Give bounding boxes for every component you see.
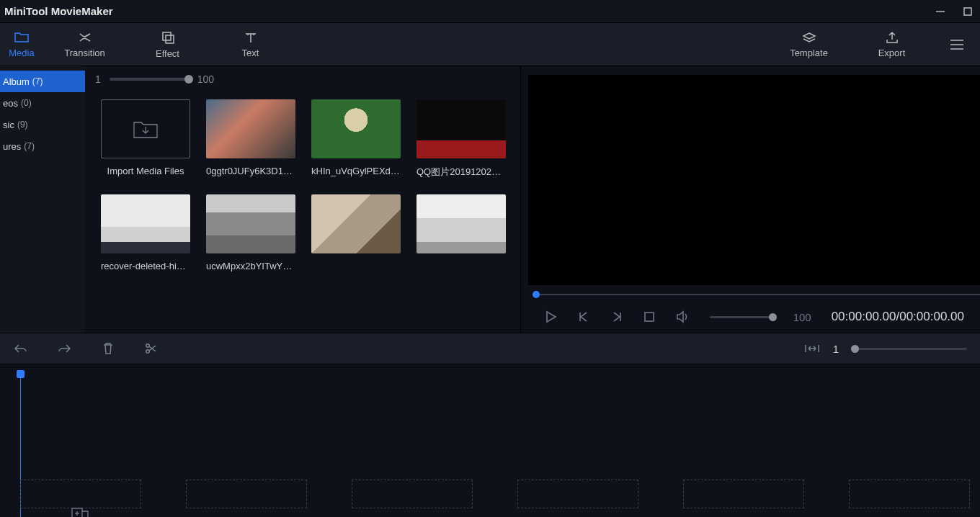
speaker-icon (675, 310, 690, 323)
sidebar-item-label: Album (3, 76, 30, 87)
media-item[interactable] (311, 194, 401, 271)
media-thumb (206, 99, 295, 158)
volume-value: 100 (793, 311, 811, 323)
import-folder-icon (131, 117, 160, 141)
media-item-label: 0ggtr0JUFy6K3D1r_9aS... (206, 166, 295, 176)
timeline-zoom-value: 1 (833, 343, 839, 355)
preview-controls: 100 00:00:00.00/00:00:00.00 (528, 301, 980, 333)
timeline-zoom-slider[interactable] (852, 348, 967, 350)
next-frame-button[interactable] (610, 310, 623, 323)
media-item[interactable]: kHIn_uVqGylPEXd6D... (311, 99, 401, 179)
media-item-label: QQ图片20191202215506 (416, 166, 506, 179)
media-item[interactable]: recover-deleted-histor... (101, 194, 190, 271)
media-item-label: recover-deleted-histor... (101, 261, 190, 271)
sidebar-item-music[interactable]: sic (9) (0, 114, 85, 135)
media-thumb (311, 194, 401, 253)
media-item[interactable]: ucwMpxx2bYITwY7rZ... (206, 194, 295, 271)
media-item-label (416, 261, 506, 271)
trash-icon (102, 342, 114, 355)
template-button[interactable]: Template (767, 23, 850, 66)
stop-button[interactable] (643, 311, 655, 323)
titlebar: MiniTool MovieMaker (0, 0, 980, 23)
media-item[interactable] (416, 194, 506, 271)
undo-button[interactable] (13, 343, 27, 354)
media-item[interactable]: QQ图片20191202215506 (416, 99, 506, 179)
scissors-icon (144, 342, 157, 355)
minimize-button[interactable] (935, 6, 945, 17)
undo-icon (13, 343, 27, 354)
window-controls (935, 6, 973, 17)
play-button[interactable] (544, 310, 557, 323)
tab-text-label: Text (242, 48, 259, 58)
timeline-slot[interactable] (517, 480, 638, 508)
media-thumb (416, 194, 506, 253)
export-button[interactable]: Export (850, 23, 933, 66)
prev-frame-button[interactable] (577, 310, 590, 323)
preview-seek-bar[interactable] (528, 288, 980, 301)
media-item[interactable]: 0ggtr0JUFy6K3D1r_9aS... (206, 99, 295, 179)
tab-media[interactable]: Media (0, 23, 43, 66)
text-icon (244, 31, 258, 44)
svg-rect-4 (645, 313, 654, 321)
media-thumb (416, 99, 506, 158)
media-thumb (101, 194, 190, 253)
thumb-zoom-slider[interactable] (110, 78, 189, 81)
sidebar-item-count: (9) (17, 120, 28, 130)
svg-rect-3 (166, 35, 174, 43)
transition-icon (77, 31, 93, 44)
add-clip-icon (69, 505, 91, 517)
preview-screen (528, 75, 980, 285)
sidebar-item-count: (0) (21, 98, 32, 108)
svg-rect-2 (163, 32, 171, 40)
sidebar-item-count: (7) (24, 141, 35, 151)
preview-pane: 100 00:00:00.00/00:00:00.00 (521, 66, 980, 333)
timeline-slot[interactable] (20, 480, 141, 508)
sidebar-item-count: (7) (32, 76, 43, 86)
timeline-slot[interactable] (352, 480, 473, 508)
media-thumb (206, 194, 295, 253)
export-label: Export (878, 48, 906, 58)
app-title: MiniTool MovieMaker (4, 5, 113, 17)
timeline[interactable] (0, 364, 980, 517)
sidebar-item-label: eos (3, 98, 18, 109)
sidebar-item-album[interactable]: Album (7) (0, 71, 85, 92)
menu-button[interactable] (933, 23, 980, 66)
sidebar-item-pictures[interactable]: ures (7) (0, 135, 85, 157)
tab-media-label: Media (9, 48, 34, 58)
redo-button[interactable] (58, 343, 72, 354)
export-icon (885, 31, 899, 44)
delete-button[interactable] (102, 342, 114, 355)
timeline-slot[interactable] (849, 480, 970, 508)
sidebar-item-label: ures (3, 141, 21, 152)
timeline-slot[interactable] (186, 480, 307, 508)
sidebar-item-videos[interactable]: eos (0) (0, 92, 85, 114)
tab-effect-label: Effect (156, 48, 179, 59)
import-media-button[interactable]: Import Media Files (101, 99, 190, 179)
thumb-zoom-min: 1 (95, 73, 101, 85)
prev-frame-icon (577, 310, 590, 323)
volume-slider[interactable] (710, 316, 773, 318)
hamburger-icon (949, 39, 965, 50)
thumb-zoom-max: 100 (197, 73, 214, 85)
main-toolbar: Media Transition Effect Text Template Ex… (0, 23, 980, 66)
preview-timecode: 00:00:00.00/00:00:00.00 (832, 310, 964, 324)
split-button[interactable] (144, 342, 157, 355)
tab-text[interactable]: Text (209, 23, 292, 66)
next-frame-icon (610, 310, 623, 323)
tab-transition[interactable]: Transition (43, 23, 126, 66)
main-area: Album (7) eos (0) sic (9) ures (7) 1 100 (0, 66, 980, 333)
effect-icon (161, 30, 175, 45)
template-label: Template (790, 48, 828, 58)
media-item-label: kHIn_uVqGylPEXd6D... (311, 166, 401, 176)
media-gallery-pane: 1 100 Import Media Files 0ggtr0JUFy6K3D1… (85, 66, 521, 333)
maximize-button[interactable] (963, 6, 973, 17)
sidebar-item-label: sic (3, 120, 14, 130)
timeline-slot[interactable] (683, 480, 804, 508)
fit-timeline-button[interactable] (804, 343, 820, 354)
media-gallery[interactable]: Import Media Files 0ggtr0JUFy6K3D1r_9aS.… (85, 92, 520, 333)
mute-button[interactable] (675, 310, 690, 323)
import-label: Import Media Files (101, 166, 190, 176)
folder-icon (14, 31, 30, 44)
media-item-label: ucwMpxx2bYITwY7rZ... (206, 261, 295, 271)
tab-effect[interactable]: Effect (126, 23, 209, 66)
